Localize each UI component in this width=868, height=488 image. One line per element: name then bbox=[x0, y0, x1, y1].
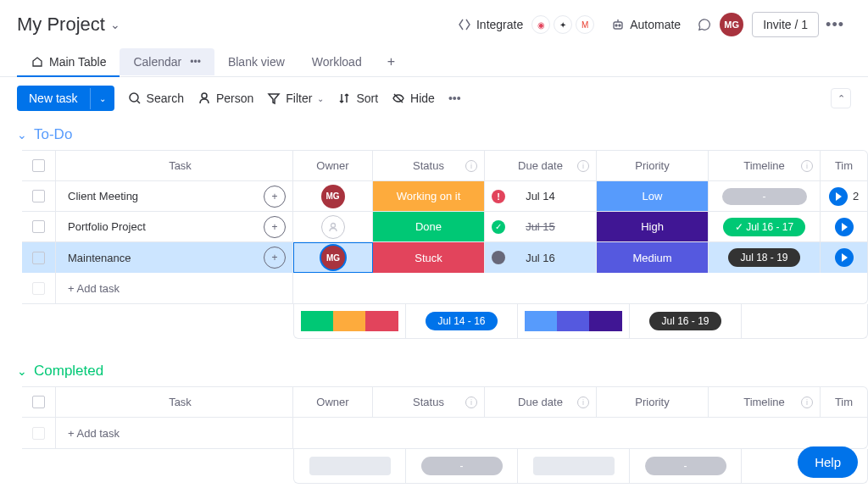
summary-priority bbox=[518, 304, 630, 338]
integration-app-icons: ◉ ✦ M bbox=[531, 15, 594, 34]
info-icon: i bbox=[801, 160, 813, 172]
tab-main-table[interactable]: Main Table bbox=[17, 48, 120, 77]
info-icon: i bbox=[465, 160, 477, 172]
task-name[interactable]: Maintenance bbox=[68, 252, 264, 264]
table-row[interactable]: Portfolio Project Done ✓Jul 15 High ✓ Ju… bbox=[22, 212, 867, 242]
status-cell[interactable]: Working on it bbox=[373, 181, 484, 211]
date-cell[interactable]: Jul 16 bbox=[485, 242, 597, 273]
select-all-checkbox[interactable] bbox=[32, 159, 45, 172]
timeline-empty[interactable]: - bbox=[722, 188, 807, 205]
board-title[interactable]: My Project ⌄ bbox=[17, 14, 120, 36]
tab-calendar[interactable]: Calendar ••• bbox=[120, 48, 214, 75]
play-button[interactable] bbox=[835, 248, 854, 267]
play-button[interactable] bbox=[835, 218, 854, 236]
dot-icon bbox=[492, 251, 505, 264]
col-header-date[interactable]: Due datei bbox=[485, 151, 597, 180]
help-button[interactable]: Help bbox=[798, 446, 858, 478]
toolbar-more[interactable]: ••• bbox=[448, 92, 461, 105]
add-comment-icon[interactable] bbox=[264, 216, 286, 238]
search-icon bbox=[128, 92, 142, 105]
col-header-status[interactable]: Statusi bbox=[373, 151, 485, 180]
collapse-toolbar[interactable]: ⌃ bbox=[831, 88, 851, 108]
svg-point-3 bbox=[130, 93, 138, 102]
hide-icon bbox=[392, 92, 405, 105]
col-header-date[interactable]: Due datei bbox=[485, 387, 597, 417]
table-row[interactable]: Client Meeting MG Working on it !Jul 14 … bbox=[22, 181, 867, 212]
check-icon: ✓ bbox=[492, 220, 505, 234]
svg-point-1 bbox=[615, 25, 617, 26]
status-cell[interactable]: Stuck bbox=[373, 242, 484, 273]
col-header-task[interactable]: Task bbox=[56, 387, 293, 417]
info-icon: i bbox=[577, 160, 589, 172]
user-avatar[interactable]: MG bbox=[720, 13, 743, 36]
svg-point-5 bbox=[331, 223, 335, 227]
timeline-pill[interactable]: ✓ Jul 16 - 17 bbox=[723, 218, 805, 236]
col-header-owner[interactable]: Owner bbox=[293, 151, 373, 180]
summary-status bbox=[294, 304, 406, 338]
col-header-priority[interactable]: Priority bbox=[597, 387, 709, 417]
col-header-status[interactable]: Statusi bbox=[373, 387, 485, 417]
priority-cell[interactable]: Low bbox=[597, 181, 708, 211]
chevron-down-icon: ⌄ bbox=[17, 364, 27, 378]
sort-button[interactable]: Sort bbox=[337, 92, 378, 105]
col-header-owner[interactable]: Owner bbox=[293, 387, 373, 417]
filter-button[interactable]: Filter ⌄ bbox=[267, 92, 324, 105]
filter-icon bbox=[267, 92, 281, 105]
invite-button[interactable]: Invite / 1 bbox=[752, 12, 819, 37]
person-filter[interactable]: Person bbox=[198, 92, 253, 105]
add-comment-icon[interactable] bbox=[264, 186, 286, 208]
row-checkbox[interactable] bbox=[32, 252, 45, 264]
chevron-down-icon: ⌄ bbox=[17, 128, 27, 141]
tab-blank-view[interactable]: Blank view bbox=[214, 48, 298, 75]
col-header-timeline[interactable]: Timelinei bbox=[709, 387, 821, 417]
col-header-task[interactable]: Task bbox=[56, 151, 293, 180]
select-all-checkbox[interactable] bbox=[32, 396, 45, 408]
integrate-icon bbox=[458, 18, 471, 31]
add-view-button[interactable]: + bbox=[376, 47, 407, 76]
group-summary-todo: Jul 14 - 16 Jul 16 - 19 bbox=[293, 304, 868, 339]
svg-point-4 bbox=[202, 93, 207, 98]
summary-date: Jul 14 - 16 bbox=[406, 304, 518, 338]
priority-cell[interactable]: High bbox=[597, 212, 708, 241]
add-task-row[interactable]: + Add task bbox=[22, 273, 867, 303]
priority-cell[interactable]: Medium bbox=[597, 242, 708, 273]
owner-empty[interactable] bbox=[321, 215, 345, 239]
group-header-completed[interactable]: ⌄ Completed bbox=[17, 363, 868, 380]
new-task-dropdown[interactable]: ⌄ bbox=[90, 88, 114, 109]
col-header-time[interactable]: Tim bbox=[821, 151, 867, 180]
date-cell[interactable]: !Jul 14 bbox=[485, 181, 597, 211]
automate-button[interactable]: Automate bbox=[603, 13, 689, 36]
info-icon: i bbox=[801, 396, 813, 408]
add-task-row[interactable]: + Add task bbox=[22, 418, 867, 448]
col-header-time[interactable]: Tim bbox=[821, 387, 867, 417]
tab-more-icon[interactable]: ••• bbox=[190, 56, 201, 68]
owner-avatar[interactable]: MG bbox=[321, 185, 345, 208]
new-task-button[interactable]: New task ⌄ bbox=[17, 86, 114, 111]
info-icon: i bbox=[465, 396, 477, 408]
col-header-priority[interactable]: Priority bbox=[597, 151, 709, 180]
status-cell[interactable]: Done bbox=[373, 212, 484, 241]
search-button[interactable]: Search bbox=[128, 92, 184, 105]
table-row[interactable]: Maintenance MG Stuck Jul 16 Medium Jul 1… bbox=[22, 242, 867, 273]
checkbox[interactable] bbox=[32, 282, 45, 295]
integrate-button[interactable]: Integrate ◉ ✦ M bbox=[449, 10, 603, 39]
checkbox[interactable] bbox=[32, 427, 45, 440]
tab-workload[interactable]: Workload bbox=[298, 48, 376, 75]
table-header-row: Task Owner Statusi Due datei Priority Ti… bbox=[22, 387, 867, 418]
row-checkbox[interactable] bbox=[32, 220, 45, 233]
hide-button[interactable]: Hide bbox=[392, 92, 435, 105]
row-checkbox[interactable] bbox=[32, 190, 45, 202]
col-header-timeline[interactable]: Timelinei bbox=[709, 151, 821, 180]
group-header-todo[interactable]: ⌄ To-Do bbox=[17, 126, 868, 143]
more-menu[interactable]: ••• bbox=[819, 11, 851, 39]
timeline-pill[interactable]: Jul 18 - 19 bbox=[728, 248, 799, 267]
chat-button[interactable] bbox=[689, 13, 720, 36]
date-cell[interactable]: ✓Jul 15 bbox=[485, 212, 597, 241]
chevron-down-icon: ⌄ bbox=[110, 18, 120, 31]
owner-avatar[interactable]: MG bbox=[321, 246, 345, 269]
task-name[interactable]: Client Meeting bbox=[68, 190, 264, 202]
task-name[interactable]: Portfolio Project bbox=[68, 220, 264, 233]
play-button[interactable] bbox=[829, 187, 848, 206]
chat-icon bbox=[698, 18, 711, 31]
add-comment-icon[interactable] bbox=[264, 247, 286, 269]
